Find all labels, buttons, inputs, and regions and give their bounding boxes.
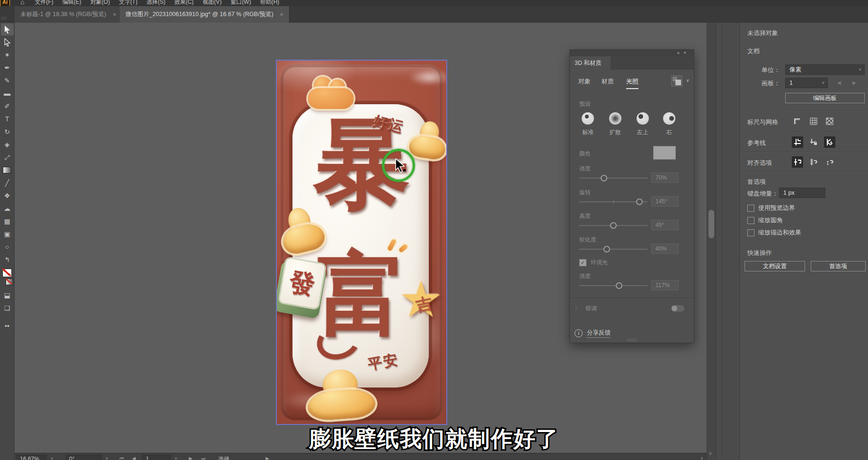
vertical-scrollbar[interactable]: ˅ — [707, 23, 716, 460]
menu-文字T[interactable]: 文字(T) — [119, 0, 137, 6]
type-tool[interactable]: T — [1, 113, 14, 125]
snap-to-grid-icon[interactable] — [808, 156, 819, 168]
zoom-tool[interactable]: ○ — [1, 241, 14, 253]
direct-selection-tool[interactable] — [1, 36, 14, 48]
slider-value-box[interactable]: 70% — [651, 172, 679, 183]
ruler-icon[interactable] — [792, 116, 803, 127]
tab-close-icon[interactable]: × — [280, 11, 283, 18]
slider-value-box[interactable]: 145° — [651, 196, 679, 207]
zoom-chevron-icon[interactable]: ˅ — [51, 456, 53, 460]
shadow-toggle[interactable] — [671, 305, 684, 312]
render-settings-icon[interactable] — [671, 75, 682, 87]
document-setup-button[interactable]: 文档设置 — [744, 261, 805, 271]
play-icon[interactable]: ▶ — [266, 456, 269, 460]
stroke-swatch-none[interactable] — [6, 279, 13, 285]
rotate-tool[interactable]: ↻ — [1, 126, 14, 138]
magic-wand-tool[interactable]: ✶ — [1, 49, 14, 61]
draw-mode-button[interactable]: ⬓ — [1, 289, 14, 301]
panel-title[interactable]: 3D 和材质 — [570, 56, 611, 70]
slider-thumb[interactable] — [616, 282, 622, 289]
gradient-tool[interactable] — [1, 164, 14, 176]
menu-效果C[interactable]: 效果(C) — [174, 0, 194, 6]
lighting-preset-标准[interactable]: 标准 — [574, 112, 602, 136]
artboard-number-box[interactable]: 1 — [142, 455, 171, 460]
transparency-grid-icon[interactable] — [824, 116, 835, 127]
rectangle-tool[interactable]: ▬ — [1, 87, 14, 99]
pref-check-缩放圆角[interactable]: 缩放圆角 — [747, 216, 783, 225]
edit-artboard-button[interactable]: 编辑画板 — [785, 93, 865, 103]
curvature-tool[interactable]: ✎ — [1, 74, 14, 87]
slider-value-box[interactable]: 40% — [651, 244, 679, 254]
slider-thumb[interactable] — [636, 198, 643, 205]
artboard-image[interactable]: 暴 富 好运 平安 發 ★ 吉 — [277, 61, 446, 424]
menu-文件F[interactable]: 文件(F) — [35, 0, 53, 6]
eraser-tool[interactable]: ◈ — [1, 138, 14, 151]
tab-close-icon[interactable]: × — [113, 11, 116, 18]
symbol-sprayer-tool[interactable]: ☁ — [1, 202, 14, 215]
checkbox-icon[interactable] — [747, 217, 754, 224]
history-tool[interactable]: ↰ — [1, 253, 14, 266]
checkbox-icon[interactable] — [747, 229, 754, 236]
menu-帮助H[interactable]: 帮助(H) — [260, 0, 279, 6]
close-panel-icon[interactable]: × — [683, 50, 690, 55]
lighting-preset-右[interactable]: 右 — [655, 112, 683, 136]
rotation-box[interactable]: 0° — [66, 455, 102, 460]
slider-track[interactable] — [579, 201, 647, 202]
document-tab[interactable]: 微信图片_20231006163910.jpg* @ 16.67 % (RGB/… — [120, 6, 289, 23]
smart-guides-icon[interactable] — [824, 136, 835, 148]
render-chevron-down-icon[interactable]: ˅ — [686, 78, 689, 83]
checkbox-icon[interactable] — [747, 205, 754, 212]
slider-thumb[interactable] — [603, 246, 610, 253]
first-artboard-icon[interactable]: ⏮ — [120, 456, 124, 460]
share-feedback-link[interactable]: 分享反馈 — [587, 329, 611, 338]
slider-thumb[interactable] — [610, 222, 617, 229]
pen-tool[interactable]: ✒ — [1, 62, 14, 74]
slider-track[interactable] — [579, 285, 647, 286]
paintbrush-tool[interactable]: ✐ — [1, 100, 14, 112]
slider-track[interactable] — [579, 249, 647, 250]
artboard-chevron-icon[interactable]: ˅ — [175, 456, 177, 460]
menu-编辑E[interactable]: 编辑(E) — [62, 0, 81, 6]
panel3d-tab-光照[interactable]: 光照 — [626, 77, 638, 89]
screen-mode-button[interactable]: ❏ — [1, 302, 14, 314]
expander-chevron-icon[interactable]: 〉 — [575, 305, 580, 312]
rotation-chevron-icon[interactable]: ˅ — [106, 456, 108, 460]
keyboard-increment-input[interactable]: 1 px — [779, 188, 825, 198]
menu-窗口W[interactable]: 窗口(W) — [230, 0, 251, 6]
artboard-tool[interactable]: ▣ — [1, 228, 14, 240]
ambient-light-checkbox[interactable]: ✓ — [579, 259, 586, 266]
slider-track[interactable] — [579, 178, 647, 179]
slider-track[interactable] — [579, 225, 647, 226]
home-icon[interactable]: ⌂ — [20, 0, 24, 6]
lighting-preset-左上[interactable]: 左上 — [629, 112, 657, 136]
zoom-level-box[interactable]: 16.67% — [17, 455, 47, 460]
prev-artboard-icon[interactable]: ◀ — [837, 80, 841, 85]
status-right-chevron-icon[interactable]: › — [701, 455, 703, 460]
pref-check-使用预览边界[interactable]: 使用预览边界 — [747, 204, 795, 212]
selection-tool[interactable] — [1, 23, 14, 36]
next-artboard-icon[interactable]: ▶ — [189, 456, 193, 460]
light-color-swatch[interactable] — [653, 146, 676, 160]
prev-artboard-icon[interactable]: ◀ — [132, 456, 136, 460]
pref-check-缩放描边和效果[interactable]: 缩放描边和效果 — [747, 228, 801, 237]
menu-选择S[interactable]: 选择(S) — [146, 0, 165, 6]
snap-to-point-icon[interactable] — [792, 156, 803, 168]
artboard-dropdown[interactable]: 1˅ — [785, 78, 828, 88]
grid-icon[interactable] — [808, 116, 819, 127]
next-artboard-icon[interactable]: ▶ — [852, 80, 856, 85]
shadow-section-row[interactable]: 〉 暗调 — [575, 305, 689, 314]
document-tab[interactable]: 未标题-1 @ 18.38 % (RGB/预览)× — [15, 6, 123, 23]
collapse-panel-icon[interactable]: « — [677, 50, 684, 55]
slider-thumb[interactable] — [601, 175, 607, 181]
last-artboard-icon[interactable]: ⏭ — [201, 456, 205, 460]
unit-dropdown[interactable]: 像素˅ — [785, 64, 865, 75]
scrollbar-thumb[interactable] — [709, 210, 714, 238]
panel-resize-grip[interactable]: ||||||| — [627, 337, 637, 342]
fill-swatch-none[interactable] — [2, 269, 12, 277]
preferences-button[interactable]: 首选项 — [811, 261, 866, 271]
lock-guides-icon[interactable] — [808, 136, 819, 148]
show-guides-icon[interactable] — [792, 136, 803, 148]
menu-视图V[interactable]: 视图(V) — [203, 0, 221, 6]
slider-value-box[interactable]: 117% — [651, 280, 679, 290]
scale-tool[interactable]: ⤢ — [1, 151, 14, 163]
